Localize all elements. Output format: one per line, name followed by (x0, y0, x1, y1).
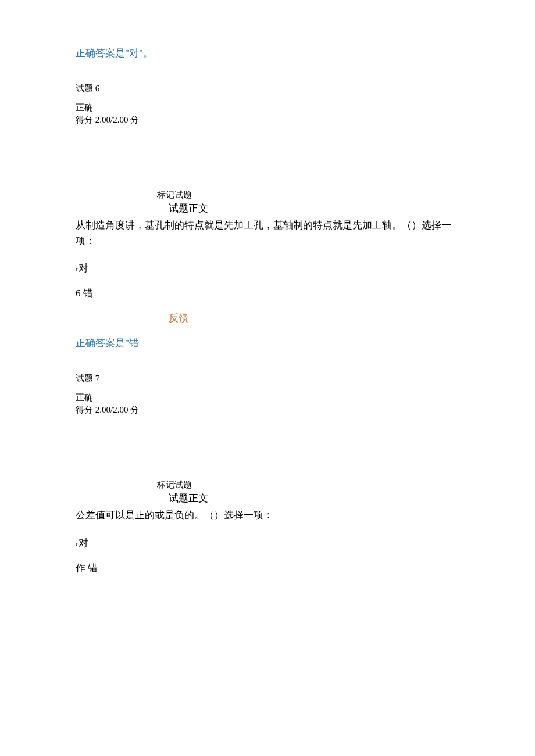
answer-line-q5: 正确答案是"对"。 (76, 46, 465, 60)
radio-icon: r (76, 540, 77, 547)
question-body-title: 试题正文 (169, 202, 465, 215)
option-true[interactable]: r对 (76, 536, 465, 550)
question-block-6: 试题 6 正确 得分 2.00/2.00 分 标记试题 试题正文 从制造角度讲，… (76, 83, 465, 350)
option-label: 作 错 (76, 562, 98, 574)
option-false[interactable]: 作 错 (76, 561, 465, 575)
score-line: 得分 2.00/2.00 分 (76, 114, 465, 126)
mark-question-link[interactable]: 标记试题 (157, 479, 465, 490)
feedback-heading: 反馈 (169, 311, 465, 325)
option-label: 对 (79, 263, 88, 274)
option-label: 对 (79, 538, 88, 549)
score-line: 得分 2.00/2.00 分 (76, 404, 465, 415)
radio-icon: r (76, 266, 77, 273)
status-label: 正确 (76, 102, 465, 113)
option-false[interactable]: 6 错 (76, 286, 465, 300)
question-body-title: 试题正文 (169, 492, 465, 505)
answer-line-q6: 正确答案是"错 (76, 336, 465, 350)
question-text: 公差值可以是正的或是负的。（）选择一项： (76, 507, 465, 523)
document-page: 正确答案是"对"。 试题 6 正确 得分 2.00/2.00 分 标记试题 试题… (0, 0, 535, 644)
option-true[interactable]: r对 (76, 261, 465, 275)
question-block-7: 试题 7 正确 得分 2.00/2.00 分 标记试题 试题正文 公差值可以是正… (76, 373, 465, 574)
question-number: 试题 6 (76, 83, 465, 94)
status-label: 正确 (76, 392, 465, 403)
question-text: 从制造角度讲，基孔制的特点就是先加工孔，基轴制的特点就是先加工轴。（）选择一项： (76, 217, 465, 249)
question-number: 试题 7 (76, 373, 465, 384)
mark-question-link[interactable]: 标记试题 (157, 189, 465, 200)
option-label: 6 错 (76, 288, 93, 299)
